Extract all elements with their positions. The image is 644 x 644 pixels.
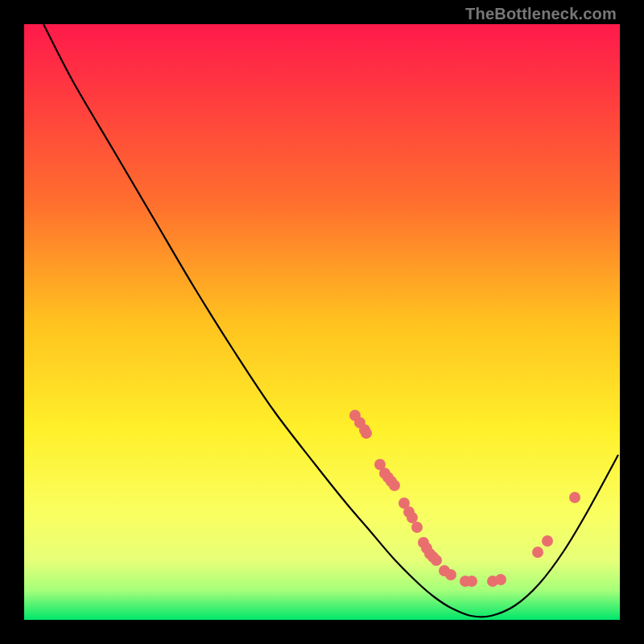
chart-frame: [24, 24, 620, 620]
highlight-dot: [532, 547, 543, 558]
highlight-dot: [466, 576, 477, 587]
watermark-text: TheBottleneck.com: [465, 5, 617, 23]
highlight-dot: [361, 427, 372, 439]
highlight-dot: [542, 535, 553, 547]
highlight-dot: [495, 574, 506, 585]
highlight-dot: [431, 555, 442, 566]
chart-background: [24, 24, 620, 620]
highlight-dot: [411, 522, 423, 533]
highlight-dot: [569, 492, 580, 503]
highlight-dot: [389, 480, 400, 491]
highlight-dot: [407, 512, 418, 523]
chart-canvas: [24, 24, 620, 620]
highlight-dot: [445, 569, 456, 580]
